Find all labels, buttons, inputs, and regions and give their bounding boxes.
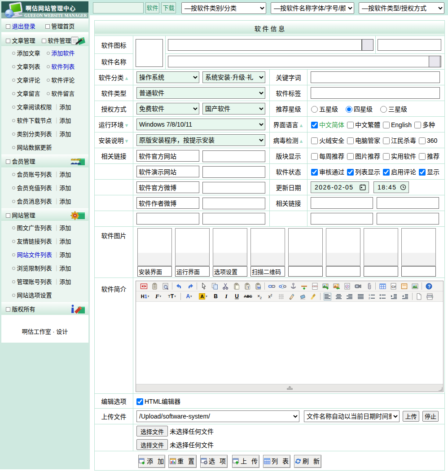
svg-text:2: 2 <box>369 297 370 300</box>
svg-text:T: T <box>247 285 249 289</box>
svg-text:C#: C# <box>391 285 396 289</box>
svg-text:W: W <box>257 285 261 289</box>
svg-text:1: 1 <box>369 294 370 296</box>
svg-text:?: ? <box>428 284 430 289</box>
